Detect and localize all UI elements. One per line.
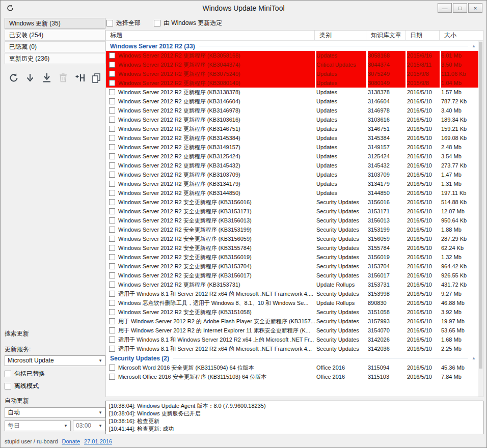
update-row[interactable]: Windows Server 2012 R2 安全更新程序 (KB3153199… (106, 225, 478, 234)
update-row[interactable]: Windows Server 2012 R2 安全更新程序 (KB3156016… (106, 198, 478, 207)
install-icon[interactable] (41, 72, 53, 84)
update-service-select[interactable]: Microsoft Update ▾ (5, 355, 105, 366)
update-row[interactable]: Windows Server 2012 R2 更新程序 (KB3044374)C… (106, 60, 478, 69)
update-row[interactable]: Windows Server 2012 R2 更新程序 (KB3145432)U… (106, 161, 478, 170)
column-header-date[interactable]: 日期 (407, 31, 440, 40)
update-row[interactable]: Microsoft Word 2016 安全更新 (KB3115094) 64 … (106, 363, 478, 372)
row-checkbox[interactable] (109, 300, 115, 306)
update-row[interactable]: Windows Server 2012 R2 更新程序 (KB3138378)U… (106, 88, 478, 97)
update-row[interactable]: Windows Server 2012 R2 更新程序 (KB3153731)U… (106, 280, 478, 289)
row-checkbox[interactable] (109, 135, 115, 141)
row-checkbox[interactable] (109, 117, 115, 123)
column-header-size[interactable]: 大小 (441, 31, 479, 40)
row-checkbox[interactable] (109, 365, 115, 371)
download-icon[interactable] (24, 72, 36, 84)
row-checkbox[interactable] (109, 153, 115, 159)
app-refresh-icon[interactable] (6, 4, 15, 13)
offline-mode-row[interactable]: 离线模式 (5, 382, 105, 390)
select-all-row[interactable]: 选择全部 (106, 19, 141, 27)
update-row[interactable]: Windows Server 2012 R2 更新程序 (KB3146604)U… (106, 97, 478, 106)
row-checkbox[interactable] (109, 190, 115, 196)
update-row[interactable]: Windows Server 2012 R2 更新程序 (KB3146978)U… (106, 106, 478, 115)
row-checkbox[interactable] (109, 126, 115, 132)
date-link[interactable]: 27.01.2016 (84, 438, 112, 444)
row-checkbox[interactable] (109, 62, 115, 68)
refresh-icon[interactable] (8, 72, 20, 84)
update-row[interactable]: Windows Server 2012 R2 安全更新程序 (KB3151058… (106, 307, 478, 317)
nav-item-hidden[interactable]: 已隐藏 (0) (5, 41, 105, 52)
update-row[interactable]: Windows Server 2012 R2 更新程序 (KB3103709)U… (106, 170, 478, 179)
row-checkbox[interactable] (109, 318, 115, 324)
row-checkbox[interactable] (109, 263, 115, 269)
maximize-button[interactable]: □ (453, 3, 467, 13)
row-checkbox[interactable] (109, 98, 115, 104)
select-by-wu-row[interactable]: 由 Windows 更新选定 (154, 19, 222, 27)
update-row[interactable]: Windows Server 2012 R2 更新程序 (KB3134179)U… (106, 179, 478, 188)
update-row[interactable]: Windows Server 2012 R2 更新程序 (KB3080149)U… (106, 78, 478, 88)
row-checkbox[interactable] (109, 236, 115, 242)
update-row[interactable]: Windows Server 2012 R2 更新程序 (KB3146751)U… (106, 124, 478, 133)
schedule-time-select[interactable]: 03:00 ▾ (73, 421, 105, 431)
row-checkbox[interactable] (109, 346, 115, 352)
row-checkbox[interactable] (109, 107, 115, 114)
row-checkbox[interactable] (109, 80, 115, 86)
row-checkbox[interactable] (109, 309, 115, 315)
update-row[interactable]: Windows Server 2012 R2 更新程序 (KB3075249)U… (106, 69, 478, 78)
column-header-category[interactable]: 类别 (316, 31, 366, 40)
row-checkbox[interactable] (109, 162, 115, 169)
row-checkbox[interactable] (109, 144, 115, 150)
update-row[interactable]: Windows Server 2012 R2 安全更新程序 (KB3156019… (106, 253, 478, 262)
update-row[interactable]: 适用于 Windows 8.1 和 Windows Server 2012 R2… (106, 335, 478, 344)
update-row[interactable]: Windows Server 2012 R2 安全更新程序 (KB3156013… (106, 216, 478, 225)
update-row[interactable]: Windows 恶意软件删除工具，适用于 Windows 8、8.1、10 和 … (106, 298, 478, 307)
update-row[interactable]: Windows Server 2012 R2 安全更新程序 (KB3155784… (106, 243, 478, 253)
collapse-icon[interactable]: ▲ (472, 44, 476, 48)
nav-item-windows-updates[interactable]: Windows 更新 (35) (5, 18, 105, 29)
update-row[interactable]: Windows Server 2012 R2 更新程序 (KB3144850)U… (106, 188, 478, 198)
update-row[interactable]: 用于 Windows Server 2012 R2 的 Internet Exp… (106, 326, 478, 335)
update-row[interactable]: Windows Server 2012 R2 安全更新程序 (KB3153704… (106, 262, 478, 271)
row-checkbox[interactable] (109, 291, 115, 297)
update-row[interactable]: Windows Server 2012 R2 安全更新程序 (KB3153171… (106, 207, 478, 216)
nav-item-update-history[interactable]: 更新历史 (236) (5, 53, 105, 64)
row-checkbox[interactable] (109, 337, 115, 343)
row-checkbox[interactable] (109, 227, 115, 233)
update-row[interactable]: 用于 Windows Server 2012 R2 的 Adobe Flash … (106, 317, 478, 326)
row-checkbox[interactable] (109, 254, 115, 260)
row-checkbox[interactable] (109, 181, 115, 187)
vertical-scrollbar[interactable] (478, 41, 483, 397)
scrollbar-thumb[interactable] (479, 42, 482, 369)
schedule-day-select[interactable]: 每日 ▾ (5, 421, 71, 431)
update-row[interactable]: Windows Server 2012 R2 安全更新程序 (KB3156017… (106, 271, 478, 280)
row-checkbox[interactable] (109, 217, 115, 223)
include-superseded-checkbox[interactable] (5, 371, 11, 377)
row-checkbox[interactable] (109, 52, 115, 59)
row-checkbox[interactable] (109, 199, 115, 205)
update-row[interactable]: Windows Server 2012 R2 安全更新程序 (KB3156059… (106, 234, 478, 243)
close-button[interactable]: × (468, 3, 482, 13)
update-row[interactable]: Microsoft Office 2016 安全更新程序 (KB3115103)… (106, 372, 478, 381)
row-checkbox[interactable] (109, 272, 115, 278)
include-superseded-row[interactable]: 包括已替换 (5, 370, 105, 378)
hide-update-icon[interactable] (74, 72, 86, 84)
row-checkbox[interactable] (109, 282, 115, 288)
row-checkbox[interactable] (109, 208, 115, 214)
update-row[interactable]: 适用于 Windows 8.1 和 Server 2012 R2 x64 的 M… (106, 289, 478, 298)
update-row[interactable]: Windows Server 2012 R2 更新程序 (KB3058168)U… (106, 51, 478, 60)
minimize-button[interactable]: — (438, 3, 452, 13)
update-row[interactable]: 适用于 Windows 8.1 和 Server 2012 R2 x64 的 M… (106, 344, 478, 353)
nav-item-installed[interactable]: 已安装 (254) (5, 30, 105, 41)
group-header[interactable]: Windows Server 2012 R2 (33)▲ (106, 41, 478, 51)
column-header-kb[interactable]: 知识库文章 (368, 31, 405, 40)
update-row[interactable]: Windows Server 2012 R2 更新程序 (KB3145384)U… (106, 133, 478, 143)
select-by-wu-checkbox[interactable] (154, 20, 160, 26)
row-checkbox[interactable] (109, 172, 115, 178)
collapse-icon[interactable]: ▲ (472, 356, 476, 360)
offline-mode-checkbox[interactable] (5, 383, 11, 389)
update-row[interactable]: Windows Server 2012 R2 更新程序 (KB3103616)U… (106, 115, 478, 124)
row-checkbox[interactable] (109, 89, 115, 95)
update-row[interactable]: Windows Server 2012 R2 更新程序 (KB3125424)U… (106, 152, 478, 161)
select-all-checkbox[interactable] (106, 20, 113, 26)
auto-mode-select[interactable]: 自动 ▾ (5, 407, 105, 418)
group-header[interactable]: Security Updates (2)▲ (106, 353, 478, 363)
